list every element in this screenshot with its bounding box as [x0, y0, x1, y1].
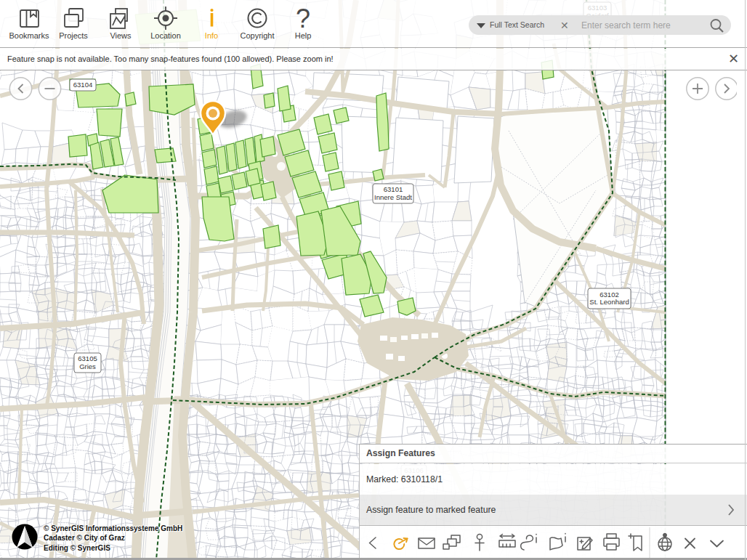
svg-text:?: ? — [296, 4, 310, 33]
svg-text:63101: 63101 — [384, 185, 403, 193]
svg-text:63104: 63104 — [73, 81, 92, 89]
svg-text:63102: 63102 — [599, 291, 618, 299]
svg-text:St. Leonhard: St. Leonhard — [589, 298, 629, 306]
svg-text:Innere Stadt: Innere Stadt — [374, 193, 412, 201]
svg-text:63105: 63105 — [78, 354, 97, 362]
svg-text:Gries: Gries — [79, 362, 96, 370]
